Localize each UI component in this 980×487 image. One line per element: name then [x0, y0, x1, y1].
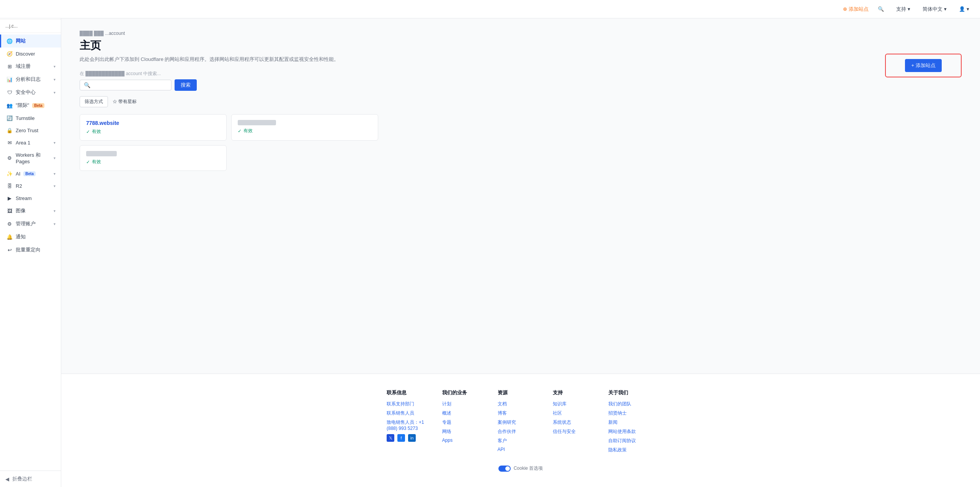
footer-link-kb[interactable]: 知识库 [553, 401, 599, 407]
cookie-toggle-dot [505, 466, 510, 471]
footer-link-network[interactable]: 网络 [442, 428, 488, 435]
sidebar-item-turnstile-label: Turnstile [16, 115, 34, 121]
shield-icon: 🛡 [7, 89, 13, 95]
footer-link-news[interactable]: 新闻 [608, 419, 655, 426]
sidebar-item-images[interactable]: 🖼 图像 ▾ [0, 204, 61, 217]
topbar-lang-label: 简体中文 [923, 6, 942, 13]
sidebar-item-notify-label: 通知 [16, 233, 26, 240]
footer-link-blog[interactable]: 博客 [498, 410, 544, 416]
footer-title-about: 关于我们 [608, 389, 655, 396]
settings-icon: ⚙ [7, 221, 13, 227]
sidebar-item-turnstile[interactable]: 🔄 Turnstile [0, 112, 61, 124]
add-site-highlight-box: + 添加站点 [885, 54, 962, 77]
site-name-1: 7788.website [86, 120, 220, 126]
sidebar-item-ai[interactable]: ✨ AI Beta ▾ [0, 167, 61, 180]
users-icon: 👥 [7, 102, 13, 108]
sidebar-item-analytics-label: 分析和日志 [16, 76, 41, 83]
redirect-icon: ↩ [7, 247, 13, 253]
footer-title-resources: 资源 [498, 389, 544, 396]
sidebar-item-workers-pages[interactable]: ⚙ Workers 和 Pages ▾ [0, 149, 61, 167]
site-status-text-2: 有效 [243, 128, 253, 134]
twitter-icon[interactable]: 𝕏 [387, 434, 394, 442]
footer-link-docs[interactable]: 文档 [498, 401, 544, 407]
chevron-icon: ▾ [54, 222, 56, 226]
footer-link-overview[interactable]: 概述 [442, 410, 488, 416]
topbar-add-site-label: 添加站点 [849, 6, 869, 13]
topbar-search[interactable]: 🔍 [875, 5, 887, 13]
rotate-icon: 🔄 [7, 115, 13, 121]
footer-link-api[interactable]: API [498, 447, 544, 452]
page-description: 此处会列出此帐户下添加到 Cloudflare 的网站和应用程序。选择网站和应用… [80, 56, 877, 63]
site-card-2[interactable]: ✓ 有效 [231, 114, 378, 141]
sidebar-item-area1[interactable]: ✉ Area 1 ▾ [0, 136, 61, 149]
sidebar-item-notify[interactable]: 🔔 通知 [0, 230, 61, 243]
sidebar-item-zero-trust-label: Zero Trust [16, 128, 38, 133]
footer-link-apps[interactable]: Apps [442, 438, 488, 443]
star-filter-button[interactable]: ☆ 带有星标 [113, 98, 137, 105]
topbar-lang[interactable]: 简体中文 ▾ [920, 4, 950, 14]
beta-badge: Beta [32, 103, 44, 108]
facebook-icon[interactable]: f [397, 434, 405, 442]
site-status-text-1: 有效 [92, 128, 101, 135]
sidebar-account[interactable]: ...j.c... [0, 20, 61, 33]
topbar-add-site[interactable]: ⊕ 添加站点 [843, 6, 869, 13]
add-site-section: + 添加站点 [885, 54, 962, 77]
sidebar-item-sites[interactable]: 🌐 网站 [0, 34, 61, 48]
plus-icon: ⊕ [843, 6, 847, 12]
footer-col-about: 关于我们 我们的团队 招贤纳士 新闻 网站使用条款 自助订阅协议 隐私政策 [608, 389, 655, 456]
footer-title-support: 支持 [553, 389, 599, 396]
footer-link-privacy[interactable]: 隐私政策 [608, 447, 655, 453]
bell-icon: 🔔 [7, 234, 13, 240]
footer-link-plan[interactable]: 计划 [442, 401, 488, 407]
sidebar-item-manage[interactable]: ⚙ 管理账户 ▾ [0, 217, 61, 230]
sites-grid: 7788.website ✓ 有效 ✓ 有效 [80, 114, 378, 171]
cookie-toggle[interactable] [498, 466, 511, 472]
footer-link-careers[interactable]: 招贤纳士 [608, 410, 655, 416]
add-site-button[interactable]: + 添加站点 [905, 59, 941, 72]
footer-link-status[interactable]: 系统状态 [553, 419, 599, 426]
chevron-icon: ▾ [54, 184, 56, 188]
footer-col-business: 我们的业务 计划 概述 专题 网络 Apps [442, 389, 488, 456]
site-card-3[interactable]: ✓ 有效 [80, 145, 227, 171]
footer-col-resources: 资源 文档 博客 案例研究 合作伙伴 客户 API [498, 389, 544, 456]
sidebar-item-limit[interactable]: 👥 "限际" Beta [0, 99, 61, 112]
sidebar-item-bulk-redirect[interactable]: ↩ 批量重定向 [0, 243, 61, 256]
footer-link-topic[interactable]: 专题 [442, 419, 488, 426]
sparkle-icon: ✨ [7, 171, 13, 177]
search-input[interactable] [93, 82, 167, 88]
footer-link-partners[interactable]: 合作伙伴 [498, 428, 544, 435]
grid-icon: ⊞ [7, 63, 13, 69]
footer-link-self-serve[interactable]: 自助订阅协议 [608, 438, 655, 444]
sidebar-collapse-button[interactable]: ◀ 折叠边栏 [0, 471, 61, 487]
footer-social: 𝕏 f in [387, 434, 433, 442]
footer-link-trust[interactable]: 信任与安全 [553, 428, 599, 435]
footer-grid: 联系信息 联系支持部门 联系销售人员 致电销售人员：+1 (888) 993 5… [387, 389, 655, 456]
topbar-support[interactable]: 支持 ▾ [893, 4, 913, 14]
sidebar-item-stream[interactable]: ▶ Stream [0, 192, 61, 204]
sidebar-item-analytics[interactable]: 📊 分析和日志 ▾ [0, 73, 61, 86]
sidebar-item-security[interactable]: 🛡 安全中心 ▾ [0, 86, 61, 99]
footer-link-team[interactable]: 我们的团队 [608, 401, 655, 407]
chevron-down-icon: ▾ [944, 6, 947, 12]
footer-link-contact-sales[interactable]: 联系销售人员 [387, 410, 433, 416]
sidebar-item-zero-trust[interactable]: 🔒 Zero Trust [0, 124, 61, 136]
cookie-label: Cookie 首选项 [514, 465, 543, 472]
sidebar-item-domain-reg[interactable]: ⊞ 域注册 ▾ [0, 60, 61, 73]
footer-link-contact-support[interactable]: 联系支持部门 [387, 401, 433, 407]
topbar-user[interactable]: 👤 ▾ [956, 5, 972, 13]
footer-link-case-study[interactable]: 案例研究 [498, 419, 544, 426]
sidebar-item-discover[interactable]: 🧭 Discover [0, 48, 61, 60]
footer-link-community[interactable]: 社区 [553, 410, 599, 416]
site-card-1[interactable]: 7788.website ✓ 有效 [80, 114, 227, 141]
footer-link-customers[interactable]: 客户 [498, 438, 544, 444]
chevron-icon: ▾ [54, 64, 56, 69]
sidebar-item-r2[interactable]: 🗄 R2 ▾ [0, 180, 61, 192]
account-label-text: ...account [105, 31, 125, 36]
search-button[interactable]: 搜索 [175, 79, 197, 91]
chevron-down-icon: ▾ [908, 6, 910, 12]
compass-icon: 🧭 [7, 51, 13, 57]
chevron-down-icon: ▾ [967, 6, 969, 12]
filter-button[interactable]: 筛选方式 [80, 96, 108, 107]
footer-link-terms[interactable]: 网站使用条款 [608, 428, 655, 435]
linkedin-icon[interactable]: in [408, 434, 416, 442]
